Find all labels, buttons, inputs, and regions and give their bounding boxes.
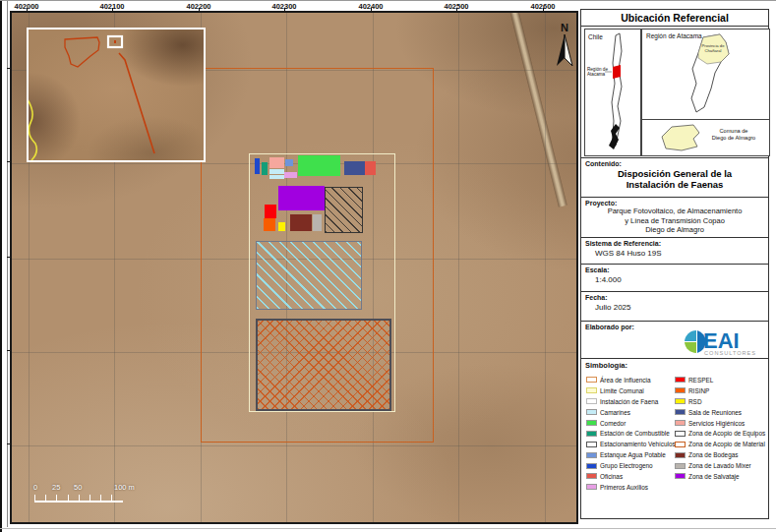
feature-estacion-combustible bbox=[262, 162, 268, 175]
legend-item: Sala de Reuniones bbox=[675, 407, 766, 418]
legend-column-right: RESPELRISINPRSDSala de ReunionesServicio… bbox=[675, 375, 766, 493]
legend-swatch bbox=[675, 463, 686, 469]
scale-25: 25 bbox=[52, 483, 60, 492]
fecha-value: Julio 2025 bbox=[581, 301, 768, 312]
legend-swatch bbox=[675, 431, 686, 437]
box-sistema: Sistema de Referencia: WGS 84 Huso 19S bbox=[580, 237, 769, 265]
legend-item: Comedor bbox=[586, 418, 675, 429]
legend-swatch bbox=[675, 409, 686, 415]
legend-item: Estanque Agua Potable bbox=[586, 449, 675, 460]
legend-label: RSD bbox=[688, 398, 702, 405]
eai-logo: EAI CONSULTORES bbox=[672, 325, 766, 361]
atacama-title: Región de Atacama bbox=[646, 32, 702, 40]
legend-swatch bbox=[675, 452, 686, 458]
legend-item: Estacionamiento Vehículos bbox=[586, 439, 675, 449]
eai-logo-svg: EAI CONSULTORES bbox=[672, 325, 766, 357]
legend-label: RISINP bbox=[688, 387, 709, 394]
scale-bar: 0 25 50 100 m bbox=[33, 481, 142, 506]
legend-swatch bbox=[675, 398, 686, 404]
proyecto-label: Proyecto: bbox=[581, 198, 768, 207]
legend-swatch bbox=[675, 420, 686, 426]
north-label: N bbox=[561, 22, 568, 33]
legend-item: Instalación de Faena bbox=[586, 396, 675, 407]
legend-label: Primeros Auxilios bbox=[600, 484, 648, 491]
feature-camarines-2 bbox=[269, 175, 284, 179]
north-arrow-right bbox=[565, 34, 572, 66]
proyecto-line2: y Línea de Transmisión Copao bbox=[581, 216, 768, 226]
legend-item: Área de Influencia bbox=[586, 375, 675, 385]
legend-item: Zona de Acopio de Equipos bbox=[675, 428, 766, 439]
legend-label: Sala de Reuniones bbox=[688, 409, 742, 416]
north-arrow-svg: N bbox=[552, 21, 577, 72]
feature-zona-de-lavado-mixer bbox=[313, 214, 322, 231]
feature-primeros-auxilios bbox=[284, 172, 297, 178]
legend-label: Zona de Acopio de Equipos bbox=[688, 430, 765, 437]
escala-value: 1:4.000 bbox=[581, 273, 768, 284]
legend-swatch bbox=[586, 409, 597, 415]
comuna-label-2: Diego de Almagro bbox=[712, 135, 755, 141]
legend-item: Grupo Electrogeno bbox=[586, 460, 675, 471]
chile-minimap: Chile Región de Atacama bbox=[584, 29, 641, 156]
feature-zona-de-salvataje bbox=[278, 186, 325, 210]
contenido-line2: Instalación de Faenas bbox=[581, 179, 768, 190]
legend-swatch bbox=[586, 442, 597, 447]
contenido-line1: Disposición General de la bbox=[581, 168, 768, 179]
box-contenido: Contenido: Disposición General de la Ins… bbox=[580, 157, 769, 198]
feature-zona-de-bodegas bbox=[290, 214, 312, 231]
legend-swatch bbox=[586, 420, 597, 426]
proyecto-line1: Parque Fotovoltaico, de Almacenamiento bbox=[581, 207, 768, 216]
legend-column-left: Área de InfluenciaLímite ComunalInstalac… bbox=[586, 375, 675, 493]
comuna-outline bbox=[662, 125, 699, 150]
legend-label: Límite Comunal bbox=[600, 387, 644, 394]
legend-swatch bbox=[675, 377, 686, 383]
sistema-label: Sistema de Referencia: bbox=[581, 238, 768, 247]
logo-leaf-green bbox=[685, 342, 696, 353]
area-influencia-line bbox=[119, 53, 154, 153]
legend-swatch bbox=[675, 442, 686, 447]
legend-label: Estación de Combustible bbox=[600, 430, 670, 437]
legend-item: Zona de Acopio de Material bbox=[675, 439, 766, 449]
box-elaborado: Elaborado por: EAI CONSULTORES bbox=[580, 321, 769, 359]
scale-0: 0 bbox=[33, 483, 37, 492]
legend: Área de InfluenciaLímite ComunalInstalac… bbox=[586, 375, 766, 493]
box-ubicacion: Ubicación Referencial Chile Región de At… bbox=[580, 9, 769, 158]
feature-grupo-electrogeno bbox=[255, 158, 260, 174]
map-sheet: 4020004021004022004023004024004025004026… bbox=[0, 0, 776, 532]
comuna-label-1: Comuna de bbox=[720, 128, 748, 134]
inset-locator-map bbox=[27, 28, 206, 162]
legend-item: Servicios Higiénicos bbox=[675, 418, 766, 429]
legend-swatch bbox=[586, 473, 597, 479]
extent-marker-dot bbox=[114, 40, 116, 43]
legend-item: RESPEL bbox=[675, 375, 766, 385]
comuna-minimap: Comuna de Diego de Almagro bbox=[641, 119, 770, 156]
chile-south bbox=[609, 124, 620, 149]
legend-label: Oficinas bbox=[600, 473, 623, 480]
atacama-minimap: Región de Atacama Provincia de Chañaral bbox=[641, 29, 770, 120]
feature-risinp bbox=[264, 218, 275, 231]
legend-item: Límite Comunal bbox=[586, 385, 675, 396]
north-arrow: N bbox=[552, 21, 577, 72]
box-fecha: Fecha: Julio 2025 bbox=[580, 291, 769, 322]
legend-label: Camarines bbox=[600, 409, 630, 416]
scale-100: 100 m bbox=[114, 483, 135, 492]
legend-label: Zona de Bodegas bbox=[688, 451, 738, 458]
fecha-label: Fecha: bbox=[581, 292, 768, 301]
legend-item: Camarines bbox=[586, 407, 675, 418]
feature-zona-acopio-equipos bbox=[325, 187, 363, 233]
legend-label: Grupo Electrogeno bbox=[600, 462, 653, 469]
legend-swatch bbox=[586, 463, 597, 469]
sistema-value: WGS 84 Huso 19S bbox=[581, 247, 768, 258]
proyecto-line3: Diego de Almagro bbox=[581, 225, 768, 235]
feature-servicios-higienicos bbox=[269, 157, 284, 168]
legend-label: Zona de Salvataje bbox=[688, 473, 740, 480]
ubicacion-title: Ubicación Referencial bbox=[581, 10, 768, 27]
legend-item: Estación de Combustible bbox=[586, 428, 675, 439]
feature-zona-acopio-material bbox=[256, 319, 391, 411]
feature-respel bbox=[265, 205, 276, 218]
legend-item: RSD bbox=[675, 396, 766, 407]
legend-swatch bbox=[586, 387, 597, 393]
legend-item: Oficinas bbox=[586, 471, 675, 482]
chile-region-label-2: Atacama bbox=[587, 72, 606, 77]
legend-swatch bbox=[675, 473, 686, 479]
legend-item: Zona de Salvataje bbox=[675, 471, 766, 482]
